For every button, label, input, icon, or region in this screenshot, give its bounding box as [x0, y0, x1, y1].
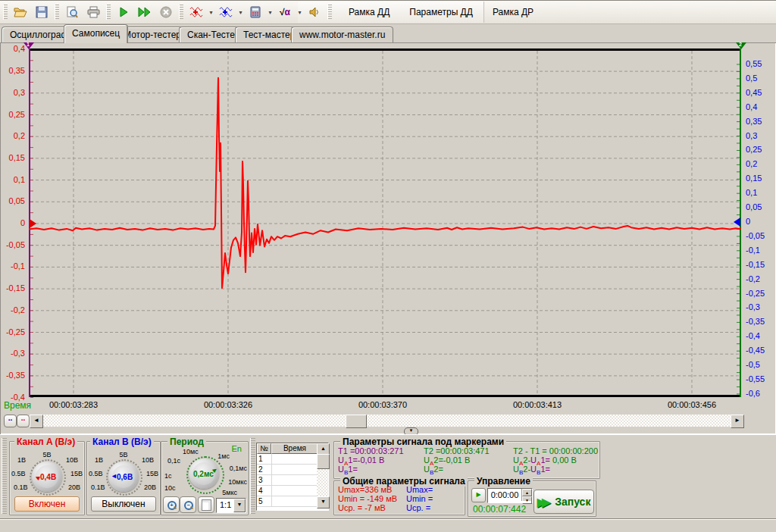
control-group: Управление ▶ 0:00:00 ▲▼ 00:00:07:442 ▶▶ … — [468, 480, 596, 517]
save-floppy-icon — [36, 6, 48, 18]
channel-a-dots-button[interactable]: .. — [4, 415, 17, 427]
signal-b-button[interactable] — [216, 2, 236, 22]
blue-waveform-icon — [219, 6, 233, 18]
signal-a-dropdown[interactable]: ▾ — [208, 3, 214, 21]
print-preview-icon — [66, 6, 78, 18]
scroll-thumb[interactable] — [317, 454, 330, 469]
speaker-icon — [308, 6, 321, 18]
new-page-button[interactable] — [198, 496, 214, 513]
scale-ratio-combo[interactable]: 1:1 ▼ — [216, 498, 246, 513]
right-axis-tick: -0,05 — [746, 231, 765, 240]
right-axis-tick: -0,6 — [746, 389, 760, 398]
channel-a-group: Канал A (В/э) 5В 1В 10В 0.5В 15В 0.1В 20… — [9, 441, 85, 515]
start-button[interactable]: ▶▶ Запуск — [534, 490, 594, 514]
spin-down-arrow[interactable]: ▼ — [522, 496, 532, 504]
t1-readout: T1 =00:00:03:271 — [338, 446, 404, 455]
fast-forward-button[interactable] — [135, 2, 155, 22]
toolbar: ▾ ▾ ▾ √α ▾ Рамка ДД Параметры ДД Рамка Д… — [0, 1, 776, 24]
fast-forward-icon — [138, 7, 152, 17]
row-num: 4 — [257, 486, 272, 496]
chart-panel: 1 2 0,40,350,30,250,20,150,10,050-0,05-0… — [0, 42, 776, 434]
chevron-down-icon[interactable]: ▼ — [233, 499, 246, 512]
time-axis-labels: 00:00:03:28300:00:03:32600:00:03:37000:0… — [0, 400, 776, 411]
channel-b-group: Канал B (В/э) 5В 1В 10В 0.5В 15В 0.1В 20… — [86, 441, 161, 515]
right-axis-tick: 0,55 — [746, 59, 762, 68]
row-num: 1 — [257, 454, 272, 464]
umin-a: Umin = -149 мВ — [338, 494, 397, 503]
uavg-a: Uср. = -7 мВ — [338, 503, 386, 512]
channel-b-scale-10: 10В — [142, 456, 154, 464]
scroll-left-arrow[interactable]: ◄ — [30, 415, 43, 428]
toolbar-gripper — [106, 5, 111, 20]
common-params-group: Общие параметры сигнала Umax=336 мВ Umin… — [333, 480, 465, 515]
zoom-out-button[interactable]: − — [180, 496, 196, 513]
stop-button[interactable] — [156, 2, 176, 22]
print-preview-button[interactable] — [62, 2, 82, 22]
channel-a-enable-button[interactable]: Включен — [14, 496, 80, 512]
play-icon — [118, 7, 129, 17]
open-button[interactable] — [11, 2, 30, 22]
horizontal-scrollbar[interactable]: ◄ ► — [30, 415, 743, 427]
zoom-out-icon: − — [184, 501, 192, 509]
print-button[interactable] — [83, 2, 103, 22]
right-axis-tick: 0,15 — [746, 174, 762, 183]
signal-a-button[interactable] — [186, 2, 206, 22]
calculator-dropdown[interactable]: ▾ — [267, 3, 274, 21]
spinner: ▲▼ — [521, 489, 532, 501]
zoom-in-icon: + — [167, 501, 176, 509]
scroll-thumb[interactable] — [346, 415, 367, 428]
waveform-plot[interactable] — [29, 49, 742, 398]
sound-button[interactable] — [305, 2, 324, 22]
events-col-num-header[interactable]: № — [257, 443, 271, 454]
params-dd-button[interactable]: Параметры ДД — [400, 3, 482, 21]
elapsed-time: 00:00:07:442 — [473, 504, 526, 515]
save-button[interactable] — [32, 2, 52, 22]
umin-b: Umin = — [406, 494, 433, 503]
play-button[interactable] — [114, 2, 133, 22]
right-axis-tick: -0,3 — [746, 302, 760, 311]
duration-spinbox[interactable]: 0:00:00 ▲▼ — [487, 488, 533, 503]
calculator-button[interactable] — [246, 2, 265, 22]
math-dropdown[interactable]: ▾ — [296, 3, 303, 21]
uavg-b: Uср. = — [406, 503, 430, 512]
period-scale-10us: 10мкс — [228, 478, 247, 486]
tab-website[interactable]: www.motor-master.ru — [291, 27, 393, 42]
math-button[interactable]: √α — [275, 2, 295, 22]
umax-a: Umax=336 мВ — [338, 485, 392, 494]
toolbar-gripper — [179, 5, 183, 20]
ramka-dr-button[interactable]: Рамка ДР — [483, 3, 543, 21]
channel-a-scale-1: 1В — [17, 456, 26, 464]
channel-a-value: 0,4В — [40, 473, 56, 481]
printer-icon — [87, 6, 100, 18]
t2-readout: T2 =00:00:03:471 — [424, 446, 490, 455]
left-axis-tick: -0,3 — [0, 349, 25, 358]
events-col-time-header[interactable]: Время — [271, 443, 318, 454]
right-axis-tick: -0,15 — [746, 260, 765, 269]
status-strip — [0, 519, 776, 532]
dub-readout: UB2-UB1= — [513, 465, 550, 476]
period-scale-1ms: 1мс — [217, 452, 230, 460]
bottom-panel: Канал A (В/э) 5В 1В 10В 0.5В 15В 0.1В 20… — [0, 434, 776, 519]
period-scale-10ms: 10мс — [183, 448, 199, 455]
left-axis-tick: -0,25 — [0, 327, 25, 336]
left-axis-tick: 0,1 — [0, 175, 25, 184]
events-table-scrollbar[interactable]: ▲ ▼ — [317, 443, 328, 509]
right-axis-tick: 0,25 — [746, 145, 762, 154]
red-waveform-icon — [189, 6, 203, 18]
left-axis-tick: -0,15 — [0, 283, 25, 293]
channel-b-enable-button[interactable]: Выключен — [91, 496, 156, 512]
sqrt-alpha-icon: √α — [280, 7, 290, 17]
ramka-dd-button[interactable]: Рамка ДД — [340, 3, 399, 21]
record-play-button[interactable]: ▶ — [471, 488, 486, 502]
channel-b-dots-button[interactable]: .. — [17, 415, 30, 427]
tab-samopisec[interactable]: Самописец — [64, 24, 128, 43]
signal-b-dropdown[interactable]: ▾ — [237, 3, 244, 21]
zoom-in-button[interactable]: + — [163, 496, 180, 513]
right-axis-tick: 0,3 — [746, 131, 757, 140]
channel-a-scale-01: 0.1В — [14, 483, 28, 491]
scroll-right-arrow[interactable]: ► — [731, 415, 744, 428]
left-axis-tick: 0,3 — [0, 88, 25, 97]
scroll-down-arrow[interactable]: ▼ — [317, 496, 330, 509]
toolbar-gripper — [327, 5, 332, 20]
spin-up-arrow[interactable]: ▲ — [522, 489, 532, 496]
